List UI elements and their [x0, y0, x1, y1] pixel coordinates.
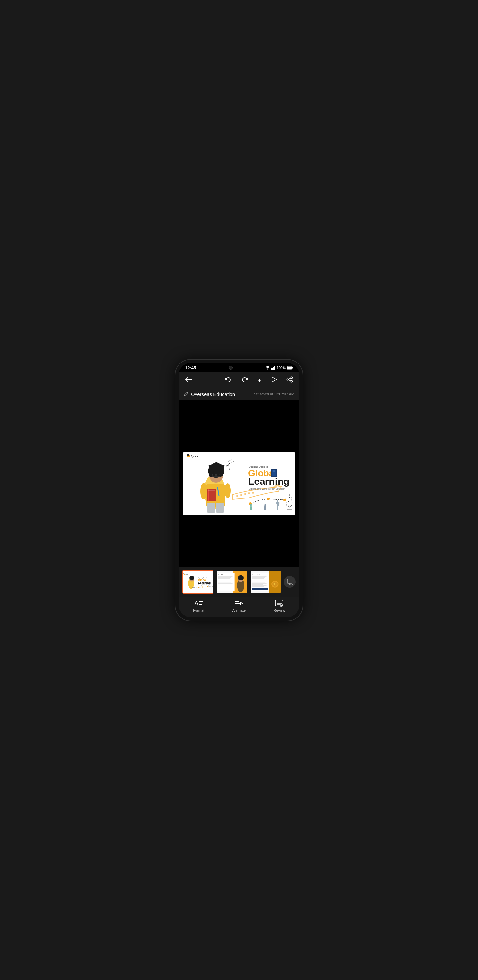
svg-point-20 — [209, 469, 214, 477]
svg-rect-90 — [218, 578, 230, 579]
svg-rect-67 — [277, 504, 279, 506]
svg-point-41 — [236, 495, 238, 497]
thumbnail-1[interactable]: Zylker Opening Doors to Global Learning … — [182, 570, 214, 593]
title-bar: Overseas Education Last saved at 12:02:0… — [178, 389, 300, 401]
svg-point-82 — [198, 587, 199, 588]
status-icons: 100% — [266, 366, 293, 370]
svg-rect-2 — [272, 368, 273, 370]
camera-cutout — [229, 366, 233, 370]
share-button[interactable] — [285, 375, 294, 386]
svg-point-0 — [267, 368, 268, 369]
svg-text:A: A — [194, 600, 199, 607]
svg-rect-7 — [292, 367, 293, 368]
svg-point-45 — [252, 492, 254, 493]
svg-rect-110 — [252, 584, 263, 584]
animate-button[interactable]: Animate — [219, 600, 259, 612]
last-saved: Last saved at 12:02:07 AM — [252, 392, 294, 396]
main-slide-area[interactable]: Zylker — [178, 401, 300, 567]
title-left: Overseas Education — [184, 391, 235, 397]
svg-rect-6 — [287, 367, 292, 369]
status-bar: 12:45 100% — [178, 363, 300, 372]
svg-rect-106 — [252, 579, 267, 580]
svg-text:Exploring the World through Ed: Exploring the World through Education — [249, 488, 285, 490]
wifi-icon — [266, 366, 270, 370]
format-label: Format — [193, 608, 204, 612]
svg-rect-108 — [252, 582, 266, 582]
svg-rect-107 — [252, 581, 261, 581]
svg-point-27 — [224, 484, 231, 498]
format-icon: A — [194, 600, 203, 607]
svg-point-75 — [189, 576, 194, 579]
add-button[interactable]: + — [256, 375, 263, 386]
svg-point-9 — [291, 381, 293, 382]
svg-rect-111 — [252, 585, 267, 585]
phone-frame: 12:45 100% — [175, 360, 303, 621]
bottom-bar: A Format Animate — [178, 597, 300, 617]
svg-rect-35 — [209, 466, 224, 468]
play-button[interactable] — [269, 375, 279, 386]
thumbnail-2[interactable]: Why Us? — [216, 570, 247, 593]
svg-rect-15 — [187, 454, 189, 456]
svg-rect-91 — [218, 579, 233, 580]
svg-text:$: $ — [273, 582, 275, 586]
svg-text:Zylker: Zylker — [191, 455, 198, 458]
animate-label: Animate — [233, 608, 245, 612]
svg-rect-94 — [218, 583, 233, 584]
svg-text:Learning: Learning — [248, 476, 290, 487]
svg-rect-3 — [273, 367, 274, 370]
animate-icon — [234, 600, 244, 607]
svg-rect-105 — [252, 578, 264, 579]
svg-text:Financial Guidance: Financial Guidance — [252, 574, 263, 576]
battery-text: 100% — [277, 366, 286, 370]
svg-rect-92 — [218, 581, 228, 581]
svg-point-21 — [219, 470, 223, 477]
redo-button[interactable] — [240, 375, 249, 385]
toolbar-center: + — [223, 375, 294, 386]
svg-rect-33 — [207, 503, 215, 512]
svg-text:Learning: Learning — [198, 581, 211, 584]
doc-title[interactable]: Overseas Education — [191, 391, 235, 397]
svg-point-43 — [244, 493, 246, 495]
svg-text:✓: ✓ — [281, 604, 283, 606]
svg-point-26 — [201, 483, 207, 500]
format-button[interactable]: A Format — [178, 600, 219, 612]
svg-rect-109 — [252, 583, 267, 584]
slide-canvas[interactable]: Zylker — [183, 452, 295, 515]
svg-line-12 — [288, 378, 291, 379]
thumbnail-tray: Zylker Opening Doors to Global Learning … — [178, 567, 300, 597]
svg-text:Zylker: Zylker — [185, 574, 188, 575]
svg-rect-71 — [184, 573, 185, 574]
svg-point-8 — [291, 377, 293, 379]
add-slide-button[interactable] — [284, 576, 296, 588]
svg-point-84 — [207, 586, 208, 587]
svg-rect-88 — [218, 576, 233, 577]
svg-rect-34 — [216, 503, 224, 512]
svg-rect-89 — [218, 577, 231, 578]
svg-rect-98 — [239, 576, 242, 577]
status-time: 12:45 — [185, 366, 196, 371]
svg-rect-29 — [208, 489, 209, 501]
edit-icon — [184, 391, 188, 397]
phone-screen: 12:45 100% — [178, 363, 300, 617]
signal-icon — [271, 366, 275, 370]
toolbar: + — [178, 372, 300, 389]
back-button[interactable] — [184, 375, 194, 385]
svg-rect-68 — [287, 509, 292, 510]
slide-illustration: Zylker — [183, 452, 295, 515]
battery-icon — [287, 366, 293, 370]
add-slide-icon — [287, 579, 293, 585]
review-button[interactable]: ✓ Review — [259, 600, 300, 612]
svg-point-56 — [284, 499, 286, 501]
svg-text:Why Us?: Why Us? — [218, 574, 223, 576]
undo-button[interactable] — [223, 375, 233, 385]
svg-text:Exploring the World through Ed: Exploring the World through Education — [198, 584, 213, 585]
thumbnail-3[interactable]: Financial Guidance — [250, 570, 281, 593]
svg-rect-93 — [218, 582, 231, 582]
svg-point-44 — [248, 492, 250, 494]
svg-text:✈: ✈ — [289, 493, 291, 496]
svg-rect-104 — [252, 577, 266, 578]
svg-rect-113 — [252, 588, 268, 590]
svg-point-10 — [287, 379, 289, 380]
svg-point-83 — [202, 586, 203, 587]
svg-point-42 — [240, 494, 242, 496]
